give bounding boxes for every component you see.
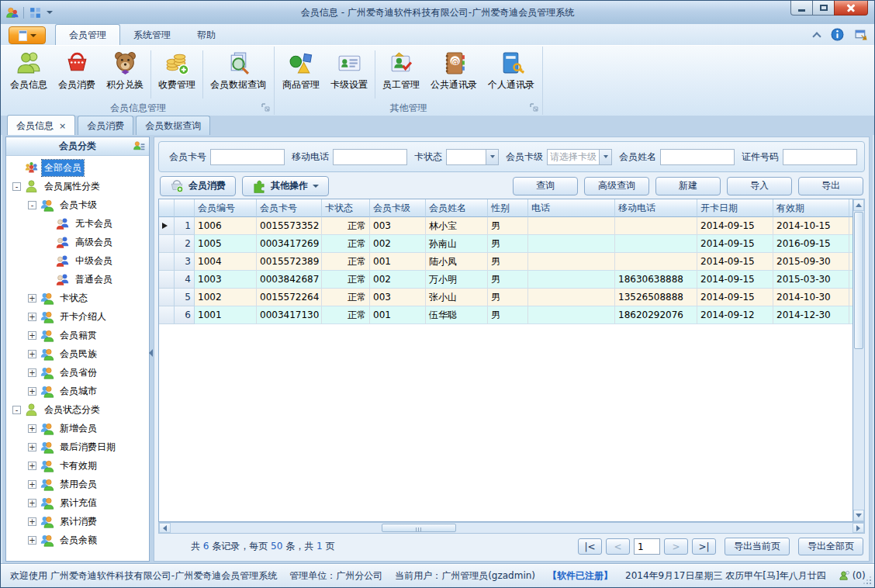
quick-access-dropdown-icon[interactable] (47, 11, 53, 14)
resize-grip[interactable] (863, 576, 871, 584)
grid-header-cell[interactable]: 会员卡级 (370, 199, 426, 217)
grid-header-cell[interactable]: 会员卡号 (257, 199, 322, 217)
filter-select[interactable] (446, 149, 499, 165)
grid-header-cell[interactable]: 会员编号 (195, 199, 257, 217)
tree-item[interactable]: +累计充值 (9, 493, 147, 512)
tree-item[interactable]: -会员属性分类 (9, 177, 147, 195)
ribbon-button[interactable]: 积分兑换 (101, 48, 149, 101)
horizontal-scroll-track[interactable] (171, 523, 853, 533)
tree-item[interactable]: +会员省份 (9, 363, 147, 382)
tree-expander-icon[interactable]: + (28, 350, 36, 358)
filter-input[interactable] (660, 149, 735, 165)
ribbon-button[interactable]: 卡级设置 (325, 48, 373, 101)
close-button[interactable] (834, 1, 868, 16)
tree-expander-icon[interactable]: + (28, 536, 36, 545)
tree-expander-icon[interactable]: + (28, 387, 36, 396)
table-row[interactable]: 610010003417130正常001伍华聪男186202920762014-… (159, 306, 853, 324)
prev-page-button[interactable]: < (606, 538, 630, 555)
tree-item[interactable]: +卡有效期 (9, 456, 147, 475)
grid-header-cell[interactable]: 性别 (488, 199, 528, 217)
filter-input[interactable] (333, 149, 407, 165)
ribbon-button[interactable]: 会员数据查询 (205, 48, 271, 101)
tree-expander-icon[interactable]: + (28, 462, 36, 470)
page-number-input[interactable] (634, 538, 660, 555)
scroll-up-icon[interactable] (853, 199, 864, 211)
ribbon-button[interactable]: 会员信息 (5, 48, 53, 101)
info-icon[interactable] (831, 28, 844, 41)
table-row[interactable]: 410030003842687正常002万小明男186306388882014-… (159, 271, 853, 289)
toolbar-action-button[interactable]: 导出 (798, 177, 863, 195)
tree-item[interactable]: 无卡会员 (9, 214, 147, 233)
table-row[interactable]: 110060015573352正常003林小宝男2014-09-152014-1… (159, 217, 853, 235)
tree-expander-icon[interactable]: + (28, 294, 36, 303)
toolbar-action-button[interactable]: 导入 (727, 177, 792, 195)
tree-item[interactable]: +卡状态 (9, 289, 147, 307)
tree-item[interactable]: 中级会员 (9, 251, 147, 270)
filter-select[interactable]: 请选择卡级 (547, 149, 612, 165)
tree-item[interactable]: +会员余额 (9, 531, 147, 549)
tree-item[interactable]: +会员城市 (9, 382, 147, 400)
tree-expander-icon[interactable]: + (28, 331, 36, 340)
ribbon-tab[interactable]: 帮助 (184, 25, 229, 45)
toolbar-button[interactable]: 会员消费 (160, 176, 236, 196)
horizontal-scroll-thumb[interactable] (382, 524, 456, 532)
tree-expander-icon[interactable]: + (28, 480, 36, 489)
scroll-left-icon[interactable] (159, 523, 171, 533)
scroll-right-icon[interactable] (853, 523, 864, 533)
quick-access-grid-icon[interactable] (29, 6, 42, 19)
filter-input[interactable] (210, 149, 285, 165)
document-tab[interactable]: 会员信息× (7, 115, 75, 135)
ribbon-button[interactable]: 商品管理 (277, 48, 325, 101)
minimize-button[interactable] (790, 1, 813, 16)
ribbon-tab[interactable]: 系统管理 (120, 25, 184, 45)
export-current-page-button[interactable]: 导出当前页 (725, 538, 790, 555)
ribbon-button[interactable]: 会员消费 (53, 48, 101, 101)
collapse-ribbon-icon[interactable] (812, 32, 821, 40)
vertical-scroll-track[interactable] (853, 211, 864, 510)
tree-expander-icon[interactable]: + (28, 499, 36, 507)
grid-header-cell[interactable]: 有效期 (773, 199, 849, 217)
tree-expander-icon[interactable]: - (28, 201, 36, 209)
grid-header-cell[interactable]: 开卡日期 (697, 199, 773, 217)
tree-item[interactable]: -会员状态分类 (9, 400, 147, 419)
tree-item[interactable]: 普通会员 (9, 270, 147, 289)
toolbar-button[interactable]: 其他操作 (242, 176, 329, 196)
table-row[interactable]: 210050003417269正常002孙南山男2014-09-152016-0… (159, 235, 853, 253)
toolbar-action-button[interactable]: 高级查询 (584, 177, 649, 195)
tree-expander-icon[interactable]: + (28, 517, 36, 526)
tree-expander-icon[interactable]: + (28, 424, 36, 433)
close-tab-icon[interactable]: × (59, 122, 66, 130)
tree-expander-icon[interactable]: + (28, 368, 36, 377)
tree-item[interactable]: +禁用会员 (9, 475, 147, 493)
tree-item[interactable]: +开卡介绍人 (9, 307, 147, 326)
feedback-icon[interactable] (855, 28, 868, 41)
ribbon-button[interactable]: 员工管理 (377, 48, 425, 101)
toolbar-action-button[interactable]: 新建 (655, 177, 721, 195)
vertical-scrollbar[interactable] (853, 199, 865, 522)
horizontal-scrollbar[interactable] (158, 522, 865, 534)
ribbon-tab[interactable]: 会员管理 (55, 24, 120, 45)
grid-header-cell[interactable]: 电话 (528, 199, 615, 217)
filter-input[interactable] (783, 149, 857, 165)
document-tab[interactable]: 会员数据查询 (136, 116, 210, 135)
scroll-down-icon[interactable] (853, 510, 864, 521)
grid-header-cell[interactable]: 会员姓名 (426, 199, 488, 217)
last-page-button[interactable]: >| (692, 538, 716, 555)
tree-expander-icon[interactable]: + (28, 443, 36, 451)
tree-item[interactable]: +最后消费日期 (9, 438, 147, 456)
tree-item[interactable]: 全部会员 (9, 158, 147, 177)
grid-header-cell[interactable]: 卡状态 (322, 199, 370, 217)
export-all-pages-button[interactable]: 导出全部页 (798, 538, 863, 555)
toolbar-action-button[interactable]: 查询 (513, 177, 578, 195)
tree-item[interactable]: +累计消费 (9, 512, 147, 531)
ribbon-button[interactable]: 收费管理 (153, 48, 201, 101)
registered-link[interactable]: 【软件已注册】 (548, 569, 613, 583)
dialog-launcher-icon[interactable] (261, 103, 271, 112)
tree-item[interactable]: +会员民族 (9, 344, 147, 363)
tree-item[interactable]: 高级会员 (9, 233, 147, 251)
application-menu-button[interactable] (9, 26, 46, 44)
tree-item[interactable]: +会员籍贯 (9, 326, 147, 344)
dialog-launcher-icon[interactable] (530, 103, 539, 112)
tree-expander-icon[interactable]: - (12, 406, 21, 414)
grid-header-cell[interactable]: 移动电话 (615, 199, 697, 217)
